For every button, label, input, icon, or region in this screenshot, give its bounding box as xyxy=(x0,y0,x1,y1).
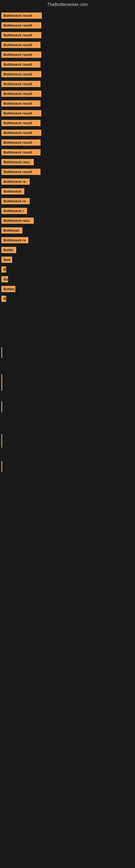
list-item: Bottleneck result xyxy=(1,168,134,176)
list-item: Bottleneck result xyxy=(1,61,134,68)
bottleneck-label: Bottleneck result xyxy=(1,71,41,77)
list-item: Bottleneck result xyxy=(1,41,134,49)
list-item: Bottleneck result xyxy=(1,138,134,146)
list-item: Bottleneck result xyxy=(1,129,134,136)
list-item: Bottleneck re xyxy=(1,236,134,244)
list-item: Bottleneck result xyxy=(1,51,134,58)
bottleneck-label: Bottler xyxy=(1,286,15,292)
list-item: Bottleneck result xyxy=(1,99,134,107)
bottleneck-label: B xyxy=(1,296,6,302)
bottleneck-label: Bottleneck result xyxy=(1,169,41,175)
bottleneck-label: Bo xyxy=(1,276,8,282)
list-item: Bottleneck resu xyxy=(1,158,134,166)
bottleneck-label: Bottleneck r xyxy=(1,208,27,214)
list-item: Bott xyxy=(1,256,134,264)
bottleneck-label: Bottleneck result xyxy=(1,110,41,116)
site-title: TheBottlenecker.com xyxy=(0,0,135,9)
list-item: Bottleneck result xyxy=(1,119,134,127)
vertical-bar xyxy=(1,347,2,358)
items-container: Bottleneck resultBottleneck resultBottle… xyxy=(0,9,135,305)
list-item: Bottleneck r xyxy=(1,207,134,215)
list-item: Bo xyxy=(1,275,134,283)
list-item: Bottleneck re xyxy=(1,178,134,185)
bottleneck-label: Bottleneck re xyxy=(1,198,30,204)
list-item: Bottleneck result xyxy=(1,31,134,39)
list-item: Bottleneck result xyxy=(1,80,134,88)
vertical-bar xyxy=(1,461,2,472)
list-item: Bottler xyxy=(1,285,134,293)
bottleneck-label: Bottleneck result xyxy=(1,140,41,146)
bottleneck-label: Bottleneck xyxy=(1,188,24,194)
bottleneck-label: Bottleneck resu xyxy=(1,159,34,165)
bottleneck-label: Bottleneck result xyxy=(1,22,41,29)
list-item: Bottleneck result xyxy=(1,148,134,156)
bottleneck-label: Bottleneck result xyxy=(1,61,41,67)
list-item: Bottleneck result xyxy=(1,12,134,19)
bottleneck-label: Bott xyxy=(1,257,12,263)
bottleneck-label: Bottleneck result xyxy=(1,91,41,97)
list-item: Bottle xyxy=(1,246,134,254)
list-item: Bottleneck result xyxy=(1,109,134,117)
list-item: B xyxy=(1,295,134,303)
list-item: Bottleneck resu xyxy=(1,217,134,224)
bottleneck-label: Bottleneck re xyxy=(1,237,28,243)
list-item: Bottleneck result xyxy=(1,90,134,97)
bottleneck-label: Bottleneck result xyxy=(1,81,41,87)
list-item: B xyxy=(1,266,134,273)
list-item: Bottleneck result xyxy=(1,22,134,29)
bottleneck-label: Bottleneck re xyxy=(1,179,30,185)
vertical-bar xyxy=(1,401,2,412)
bottleneck-label: B xyxy=(1,267,6,273)
bottleneck-label: Bottleneck result xyxy=(1,100,41,106)
bottleneck-label: Bottleneck result xyxy=(1,12,42,19)
bottleneck-label: Bottleneck resu xyxy=(1,218,34,224)
list-item: Bottleneck xyxy=(1,187,134,195)
list-item: Bottleneck result xyxy=(1,70,134,78)
bottleneck-label: Bottleneck result xyxy=(1,120,41,126)
bottleneck-label: Bottleneck result xyxy=(1,149,41,155)
bottleneck-label: Bottleneck result xyxy=(1,32,41,38)
list-item: Bottleneck re xyxy=(1,197,134,205)
bottleneck-label: Bottleneck result xyxy=(1,42,41,48)
list-item: Bottlenec xyxy=(1,226,134,234)
bottleneck-label: Bottleneck result xyxy=(1,52,41,58)
bottleneck-label: Bottleneck result xyxy=(1,130,41,136)
vertical-bar xyxy=(1,374,2,391)
bottleneck-label: Bottlenec xyxy=(1,227,22,234)
bottleneck-label: Bottle xyxy=(1,247,16,253)
vertical-bar xyxy=(1,434,2,447)
